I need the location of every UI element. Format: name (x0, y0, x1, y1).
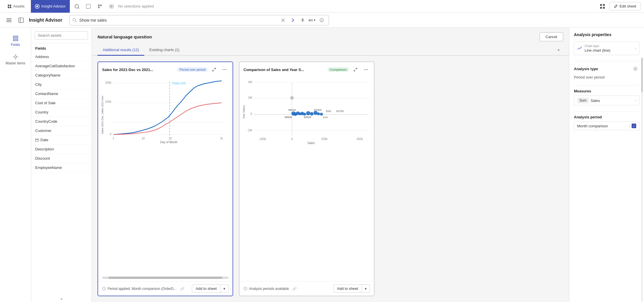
chart-1-dropdown-arrow[interactable]: ▼ (220, 285, 228, 292)
analysis-period-row[interactable]: Month comparison › (574, 122, 639, 130)
field-name: AverageCallSatisfaction (35, 64, 75, 68)
second-bar: Insight Advisor en ▼ (0, 13, 644, 28)
cancel-button[interactable]: Cancel (540, 32, 563, 41)
field-item-countrycode[interactable]: CountryCode (31, 117, 91, 126)
chart-2-dropdown-arrow[interactable]: ▼ (362, 285, 370, 292)
fields-search-input[interactable] (35, 31, 88, 40)
selection-icon-btn[interactable] (95, 2, 104, 11)
panel-icon (18, 18, 24, 23)
field-item-averagecall[interactable]: AverageCallSatisfaction (31, 61, 91, 71)
field-item-costofsale[interactable]: Cost of Sale (31, 98, 91, 108)
chart-1-link-button[interactable] (178, 285, 186, 293)
expand-icon (212, 68, 216, 72)
chart-2-title: Comparison of Sales and Year S... (244, 68, 325, 72)
field-item-employeename[interactable]: EmployeeName (31, 163, 91, 172)
sidebar: Fields Master items (0, 28, 31, 302)
search-icon (72, 18, 77, 23)
tab-existing-charts[interactable]: Existing charts (1) (144, 45, 185, 56)
svg-text:31: 31 (220, 137, 223, 140)
clock-icon (102, 287, 106, 290)
chart-1-title: Sales for 2021-Dec vs 2021... (102, 68, 175, 72)
chart-2-more-button[interactable] (362, 66, 370, 74)
svg-point-96 (290, 96, 294, 100)
svg-text:4M: 4M (248, 81, 252, 84)
fields-label: Fields (11, 43, 20, 47)
svg-point-92 (310, 112, 313, 115)
edit-sheet-button[interactable]: Edit sheet (609, 2, 641, 10)
grid-icon-btn[interactable] (598, 2, 607, 11)
chart-1-scrollbar[interactable] (102, 277, 229, 279)
svg-text:02733: 02733 (336, 110, 344, 113)
chart-2-badge: Comparison (327, 67, 349, 72)
chart-type-label: Chart type (585, 44, 633, 48)
sidebar-item-fields[interactable]: Fields (3, 32, 29, 50)
panel-toggle-button[interactable] (17, 16, 25, 25)
svg-text:0: 0 (250, 112, 252, 115)
svg-point-95 (320, 113, 323, 115)
sidebar-item-master-items[interactable]: Master items (3, 51, 29, 68)
tab-additional-results[interactable]: Additional results (12) (98, 45, 144, 56)
analysis-type-help-button[interactable]: ? (631, 65, 639, 73)
field-item-address[interactable]: Address (31, 52, 91, 61)
chart-2-link-button[interactable] (291, 285, 299, 293)
field-item-discount[interactable]: Discount (31, 154, 91, 163)
info-button[interactable] (318, 16, 326, 24)
search-input[interactable] (79, 18, 277, 23)
no-selections-label: No selections applied (118, 4, 154, 8)
chart-type-value: Line chart (line) (585, 48, 633, 53)
svg-rect-31 (13, 40, 18, 41)
period-chevron: › (629, 124, 630, 128)
svg-rect-18 (19, 18, 23, 22)
field-item-country[interactable]: Country (31, 108, 91, 117)
field-item-description[interactable]: Description (31, 145, 91, 154)
edit-sheet-label: Edit sheet (619, 4, 636, 8)
svg-text:-200k: -200k (259, 137, 266, 141)
insight-advisor-tab-label: Insight Advisor (41, 4, 66, 8)
chart-1-more-button[interactable] (220, 66, 229, 74)
field-item-contactname[interactable]: ContactName (31, 89, 91, 98)
nlq-header: Natural language question Cancel (92, 28, 569, 45)
lasso-icon-btn[interactable] (72, 2, 81, 11)
svg-rect-1 (10, 4, 11, 6)
tabs-row: Additional results (12) Existing charts … (92, 45, 569, 56)
field-name: City (35, 82, 42, 87)
chart-2-add-to-sheet-button[interactable]: Add to sheet ▼ (333, 284, 370, 293)
chart-2-body: 4M 2M 0 -2M Year Salary (239, 76, 374, 281)
field-item-date[interactable]: Date (31, 135, 91, 145)
field-name: Customer (35, 128, 51, 133)
edit-icon (614, 4, 618, 8)
svg-text:60528: 60528 (304, 116, 311, 119)
measures-row[interactable]: Sum Sales › (574, 96, 639, 105)
svg-text:Today (19): Today (19) (172, 82, 186, 85)
svg-rect-15 (6, 18, 12, 19)
insight-advisor-tab[interactable]: Insight Advisor (31, 0, 70, 13)
field-item-customer[interactable]: Customer (31, 126, 91, 135)
field-item-city[interactable]: City (31, 80, 91, 89)
field-name: Description (35, 147, 54, 151)
clear-search-button[interactable] (279, 16, 287, 24)
options-icon-btn[interactable] (107, 2, 116, 11)
language-select[interactable]: en ▼ (308, 18, 316, 22)
svg-rect-29 (13, 36, 18, 37)
chart-type-chevron: › (635, 46, 636, 51)
sidebar-toggle-button[interactable] (5, 16, 13, 25)
rect-select-icon-btn[interactable] (84, 2, 93, 11)
svg-point-6 (75, 4, 78, 8)
assets-tab[interactable]: Assets (3, 0, 29, 13)
measures-section: Measures Sum Sales › (574, 89, 639, 105)
svg-point-20 (73, 18, 76, 21)
collapse-button[interactable] (555, 46, 562, 53)
microphone-button[interactable] (299, 16, 307, 24)
chart-1-expand-button[interactable] (210, 66, 218, 74)
chart-2-expand-button[interactable] (351, 66, 360, 74)
right-panel-scrollbar[interactable] (641, 58, 643, 302)
chart-type-row[interactable]: Chart type Line chart (line) › (574, 42, 639, 55)
field-item-categoryname[interactable]: CategoryName (31, 71, 91, 80)
svg-text:0: 0 (291, 137, 293, 141)
submit-search-button[interactable] (289, 16, 297, 24)
svg-point-32 (14, 56, 16, 58)
svg-rect-12 (603, 4, 605, 5)
period-checkbox[interactable] (632, 124, 636, 128)
chart-1-add-to-sheet-button[interactable]: Add to sheet ▼ (192, 284, 229, 293)
svg-text:Year Salary: Year Salary (242, 105, 245, 119)
